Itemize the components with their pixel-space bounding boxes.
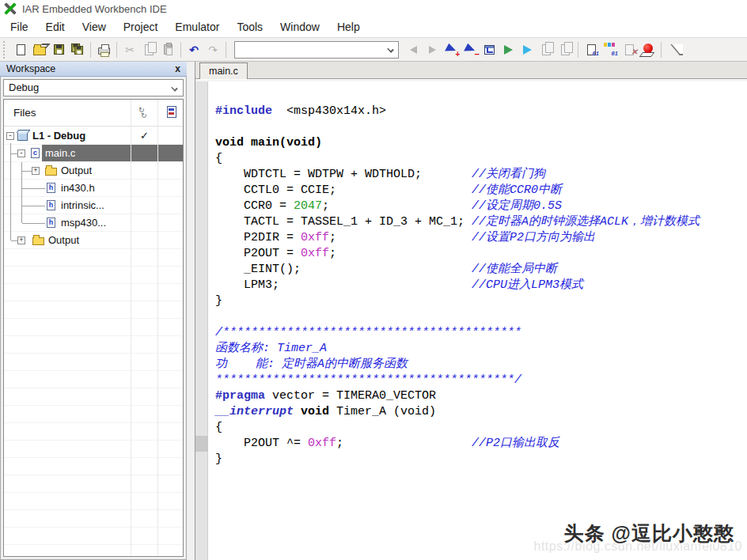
close-icon[interactable]: x (175, 63, 180, 74)
menu-edit[interactable]: Edit (37, 17, 74, 37)
find-combobox[interactable] (234, 41, 399, 59)
toggle-bookmark-icon[interactable]: + (442, 42, 460, 58)
workspace-body: Debug Files (0, 77, 187, 560)
output-column-icon[interactable] (167, 106, 176, 118)
workspace-caption[interactable]: Workspace x (0, 62, 187, 77)
h-file-icon: h (47, 200, 55, 210)
print-icon[interactable] (95, 42, 112, 58)
project-icon (17, 132, 28, 141)
tree-item-label: Output (48, 234, 79, 246)
download-and-debug-icon[interactable] (639, 42, 657, 58)
menu-project[interactable]: Project (115, 17, 167, 37)
app-window: IAR Embedded Workbench IDE File Edit Vie… (0, 0, 747, 560)
title-bar: IAR Embedded Workbench IDE (0, 0, 747, 17)
tab-main-c[interactable]: main.c (199, 62, 248, 79)
tree-item-label: intrinsic... (61, 199, 104, 211)
tree-item-main-c[interactable]: - c main.c (4, 145, 183, 162)
file-tree: - L1 - Debug ✓ - c main.c + (4, 127, 183, 556)
make-icon[interactable] (499, 42, 517, 58)
editor-body: #include <msp430x14x.h> void main(void){… (195, 80, 747, 560)
navigate-forward-icon[interactable] (423, 42, 441, 58)
debug-file-next-icon[interactable] (556, 42, 574, 58)
save-icon[interactable] (50, 42, 67, 58)
tree-item-project-l1-debug[interactable]: - L1 - Debug ✓ (4, 127, 183, 145)
watermark-text: 头条 @逗比小憨憨 (564, 520, 734, 547)
editor-tab-strip: main.c (195, 62, 747, 79)
files-header-label: Files (13, 107, 36, 119)
tree-item-label: Output (61, 165, 92, 176)
workspace-panel: Workspace x Debug Files (0, 62, 187, 560)
app-logo-icon (3, 2, 17, 15)
window-title: IAR Embedded Workbench IDE (22, 3, 167, 15)
watch-window-icon[interactable] (480, 42, 498, 58)
collapse-icon[interactable]: - (17, 149, 25, 157)
menu-emulator[interactable]: Emulator (166, 17, 228, 37)
open-file-icon[interactable] (31, 42, 48, 58)
menu-window[interactable]: Window (271, 17, 328, 37)
tree-item-label: main.c (45, 147, 75, 159)
copy-icon[interactable] (140, 42, 157, 58)
tree-item-output-root[interactable]: + Output (4, 232, 183, 249)
h-file-icon: h (47, 218, 55, 228)
toolbar: ✂ ↶ ↷ + ‒ 01 01 ✕ (0, 37, 747, 62)
expand-icon[interactable]: + (32, 167, 40, 175)
configuration-value: Debug (4, 80, 183, 96)
tree-item-label: in430.h (61, 182, 95, 194)
menu-tools[interactable]: Tools (228, 17, 271, 37)
breakpoint-margin[interactable] (195, 81, 208, 560)
previous-bookmark-icon[interactable]: ‒ (461, 42, 479, 58)
expand-icon[interactable]: + (17, 236, 25, 244)
active-check-icon: ✓ (140, 130, 149, 142)
make-all-icon[interactable]: 01 (601, 42, 619, 58)
undo-icon[interactable]: ↶ (185, 42, 203, 58)
stop-build-icon[interactable]: ✕ (620, 42, 638, 58)
navigate-backward-icon[interactable] (404, 42, 422, 58)
paste-icon[interactable] (159, 42, 176, 58)
margin-mark (195, 436, 208, 452)
folder-icon (32, 237, 44, 245)
new-document-icon[interactable] (12, 42, 29, 58)
configuration-dropdown[interactable]: Debug (3, 79, 184, 96)
source-browser-column-icon[interactable] (138, 107, 153, 119)
h-file-icon: h (47, 183, 55, 193)
toolbar-grip[interactable] (3, 41, 6, 59)
redo-icon[interactable]: ↷ (204, 42, 222, 58)
save-all-icon[interactable] (69, 42, 86, 58)
c-file-icon: c (31, 148, 40, 158)
files-panel: Files - (3, 99, 184, 557)
chevron-down-icon[interactable] (387, 46, 394, 53)
menu-file[interactable]: File (2, 17, 37, 37)
main-content: Workspace x Debug Files (0, 62, 747, 560)
clipped-edge-icon[interactable] (665, 42, 683, 58)
editor-pane: main.c #include <msp430x14x.h> void main… (195, 62, 747, 560)
collapse-icon[interactable]: - (6, 132, 14, 140)
go-icon[interactable] (518, 42, 536, 58)
tree-item-label: L1 - Debug (32, 130, 85, 142)
menu-help[interactable]: Help (328, 17, 369, 37)
files-header: Files (4, 100, 183, 127)
cut-icon[interactable]: ✂ (121, 42, 138, 58)
menu-bar: File Edit View Project Emulator Tools Wi… (0, 17, 747, 37)
workspace-title: Workspace (6, 63, 175, 74)
menu-view[interactable]: View (74, 17, 115, 37)
folder-icon (45, 168, 57, 176)
compile-icon[interactable]: 01 (582, 42, 600, 58)
code-area[interactable]: #include <msp430x14x.h> void main(void){… (209, 81, 747, 560)
debug-file-icon[interactable] (537, 42, 555, 58)
tree-item-label: msp430... (61, 217, 106, 229)
